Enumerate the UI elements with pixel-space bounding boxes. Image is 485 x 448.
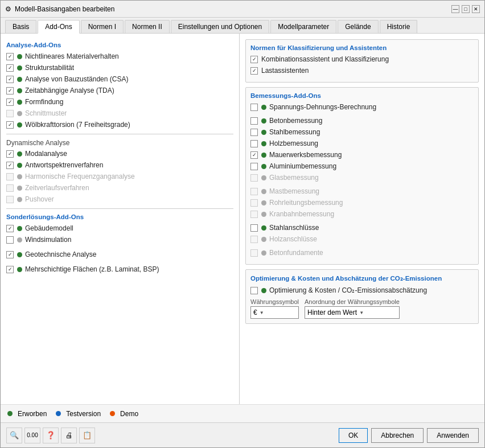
item-label: Zeitverlaufsverfahren	[25, 184, 89, 192]
waehrung-select[interactable]: € ▼	[250, 306, 299, 319]
list-item: Stahlbemessung	[250, 128, 474, 137]
dot-gray	[17, 111, 22, 116]
harmonische-checkbox	[6, 173, 14, 180]
dot-green	[261, 130, 266, 135]
tab-gelaende[interactable]: Gelände	[338, 20, 378, 33]
normen-group: Normen für Klassifizierung und Assistent…	[245, 39, 479, 83]
item-label: Modalanalyse	[25, 150, 67, 158]
maximize-button[interactable]: □	[462, 5, 470, 13]
lastassistenten-checkbox[interactable]	[250, 67, 258, 75]
tab-modellparameter[interactable]: Modellparameter	[270, 20, 336, 33]
legend-demo-label: Demo	[120, 410, 138, 418]
decimal-icon-button[interactable]: 0.00	[24, 428, 40, 443]
betonfundamente-checkbox	[250, 249, 258, 257]
list-item: Windsimulation	[6, 235, 233, 244]
content-area: Analyse-Add-Ons Nichtlineares Materialve…	[1, 34, 484, 422]
optimierung-checkbox[interactable]	[250, 287, 258, 294]
geotechnische-checkbox[interactable]	[6, 251, 14, 258]
dot-green	[261, 105, 266, 110]
tab-normen1[interactable]: Normen I	[81, 20, 124, 33]
tab-historie[interactable]: Historie	[380, 20, 418, 33]
chevron-down-icon: ▼	[359, 310, 364, 315]
list-item: Stahlanschlüsse	[250, 223, 474, 232]
abbrechen-button[interactable]: Abbrechen	[371, 428, 424, 443]
help-icon-button[interactable]: ❓	[43, 428, 59, 443]
anordnung-select[interactable]: Hinter dem Wert ▼	[305, 306, 400, 319]
item-label: Windsimulation	[25, 236, 71, 244]
schnittmuster-checkbox	[6, 110, 14, 117]
gebaeudemodell-checkbox[interactable]	[6, 225, 14, 232]
item-label: Holzanschlüsse	[269, 235, 317, 243]
dot-green	[17, 267, 22, 272]
tab-basis[interactable]: Basis	[5, 20, 36, 33]
list-item: Nichtlineares Materialverhalten	[6, 52, 233, 61]
dynamische-title: Dynamische Analyse	[6, 139, 233, 147]
analyse-bauz-checkbox[interactable]	[6, 76, 14, 83]
dot-green	[17, 122, 22, 128]
spannungs-checkbox[interactable]	[250, 104, 258, 111]
dot-gray	[17, 186, 22, 191]
dot-gray	[261, 189, 266, 194]
windsimulation-checkbox[interactable]	[6, 236, 14, 244]
stahlanschluesse-checkbox[interactable]	[250, 224, 258, 232]
item-label: Analyse von Bauzuständen (CSA)	[25, 75, 128, 83]
waehrung-value: €	[253, 309, 257, 317]
dot-green	[17, 77, 22, 82]
list-item: Aluminiumbemessung	[250, 162, 474, 171]
item-label: Rohrleitungsbemessung	[269, 199, 343, 207]
list-item: Harmonische Frequenzganganalyse	[6, 172, 233, 181]
dot-green	[17, 100, 22, 105]
list-item: Kombinationsassistent und Klassifizierun…	[250, 55, 474, 64]
anwenden-button[interactable]: Anwenden	[427, 428, 479, 443]
list-item: Modalanalyse	[6, 149, 233, 158]
strukturstabilitaet-checkbox[interactable]	[6, 64, 14, 72]
mauerwerk-checkbox[interactable]	[250, 151, 258, 159]
dot-gray	[261, 200, 266, 205]
analyse-section-title: Analyse-Add-Ons	[6, 42, 233, 48]
tab-einstellungen[interactable]: Einstellungen und Optionen	[171, 20, 269, 33]
left-panel: Analyse-Add-Ons Nichtlineares Materialve…	[1, 34, 240, 404]
aluminium-checkbox[interactable]	[250, 163, 258, 170]
holz-checkbox[interactable]	[250, 140, 258, 147]
close-button[interactable]: ✕	[472, 5, 480, 13]
list-item: Spannungs-Dehnungs-Berechnung	[250, 102, 474, 112]
kombinations-checkbox[interactable]	[250, 56, 258, 63]
antwortspektren-checkbox[interactable]	[6, 162, 14, 169]
ok-button[interactable]: OK	[339, 428, 368, 443]
item-label: Kranbahnbemessung	[269, 210, 334, 218]
modalanalyse-checkbox[interactable]	[6, 150, 14, 158]
title-bar-controls: — □ ✕	[451, 5, 480, 13]
list-item: Antwortspektrenverfahren	[6, 161, 233, 170]
formfindung-checkbox[interactable]	[6, 98, 14, 106]
copy-icon-button[interactable]: 📋	[79, 428, 95, 443]
tab-addons[interactable]: Add-Ons	[38, 20, 79, 34]
tab-normen2[interactable]: Normen II	[125, 20, 170, 33]
optimierung-group: Optimierung & Kosten und Abschätzung der…	[245, 269, 479, 324]
zeitabhaengige-checkbox[interactable]	[6, 87, 14, 94]
dot-gray	[17, 174, 22, 179]
dot-gray	[261, 175, 266, 180]
print-icon-button[interactable]: 🖨	[61, 428, 77, 443]
list-item: Glasbemessung	[250, 173, 474, 182]
list-item: Formfindung	[6, 97, 233, 106]
item-label: Mastbemessung	[269, 187, 319, 195]
woelbkraft-checkbox[interactable]	[6, 121, 14, 129]
dropdown-row: Währungssymbol € ▼ Anordnung der Währung…	[250, 298, 474, 319]
list-item: Strukturstabilität	[6, 63, 233, 72]
beton-checkbox[interactable]	[250, 117, 258, 125]
dot-green	[261, 225, 266, 231]
chevron-down-icon: ▼	[260, 310, 264, 315]
dot-green	[17, 252, 22, 257]
holzanschluesse-checkbox	[250, 236, 258, 243]
legend-testversion-label: Testversion	[66, 410, 101, 418]
list-item: Mauerwerksbemessung	[250, 150, 474, 159]
nichtlineares-checkbox[interactable]	[6, 53, 14, 60]
mehrschichtige-checkbox[interactable]	[6, 266, 14, 273]
optimierung-section-title: Optimierung & Kosten und Abschätzung der…	[250, 274, 474, 282]
search-icon-button[interactable]: 🔍	[6, 428, 22, 443]
stahl-checkbox[interactable]	[250, 129, 258, 136]
dot-green	[261, 153, 266, 158]
list-item: Geotechnische Analyse	[6, 250, 233, 259]
legend-demo: Demo	[110, 410, 138, 418]
minimize-button[interactable]: —	[451, 5, 459, 13]
